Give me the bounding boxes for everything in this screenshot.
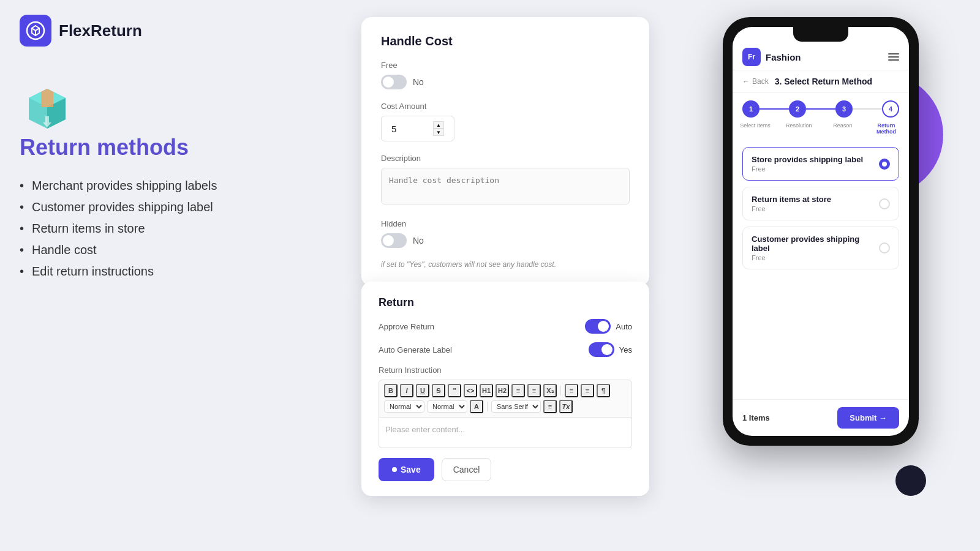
svg-marker-4 — [41, 89, 53, 107]
hidden-toggle-row: No — [381, 233, 630, 248]
phone-screen: Fr Fashion ← Back 3. Select Return Metho… — [733, 27, 909, 436]
description-label: Description — [381, 154, 630, 163]
phone-nav: ← Back 3. Select Return Method — [733, 70, 909, 93]
free-toggle-row: No — [381, 75, 630, 89]
option-3-name: Customer provides shipping label — [752, 234, 879, 253]
option-3-radio[interactable] — [879, 242, 890, 253]
return-options: Store provides shipping label Free Retur… — [733, 142, 909, 399]
hidden-toggle[interactable] — [381, 233, 407, 248]
step-3-num: 3 — [842, 105, 846, 113]
back-arrow-icon: ← — [742, 77, 750, 86]
approve-return-row: Approve Return Auto — [379, 319, 632, 334]
list-item: Edit return instructions — [20, 261, 326, 282]
left-panel: Return methods Merchant provides shippin… — [20, 80, 326, 282]
brand-name: FlexReturn — [59, 21, 142, 40]
cost-value: 5 — [391, 124, 396, 134]
approve-toggle-group: Auto — [585, 319, 632, 334]
step-3-circle[interactable]: 3 — [835, 100, 853, 118]
clear-format-btn[interactable]: Tx — [559, 400, 573, 413]
quote-btn[interactable]: " — [448, 384, 461, 397]
return-card-title: Return — [379, 296, 632, 309]
normal-select-2[interactable]: Normal — [427, 400, 467, 413]
save-label: Save — [401, 465, 421, 474]
h2-btn[interactable]: H2 — [496, 384, 509, 397]
card-footer: Save Cancel — [379, 458, 632, 481]
editor-area[interactable]: Please enter content... — [379, 418, 632, 448]
ul-btn[interactable]: ≡ — [511, 384, 525, 397]
editor-placeholder: Please enter content... — [385, 425, 465, 434]
phone-header: Fr Fashion — [733, 42, 909, 70]
phone-brand-name: Fashion — [766, 52, 801, 62]
phone-mockup: Fr Fashion ← Back 3. Select Return Metho… — [723, 17, 919, 446]
save-dot — [392, 467, 397, 472]
text-color-btn[interactable]: A — [470, 400, 483, 413]
option-2[interactable]: Return items at store Free — [742, 187, 899, 220]
strike-btn[interactable]: S — [432, 384, 445, 397]
phone-logo: Fr Fashion — [742, 48, 801, 66]
bold-btn[interactable]: B — [384, 384, 398, 397]
handle-cost-card: Handle Cost Free No Cost Amount 5 ▲ ▼ De… — [361, 17, 649, 286]
hamburger-line-3 — [888, 59, 899, 61]
approve-toggle[interactable] — [585, 319, 611, 334]
option-3-sub: Free — [752, 254, 879, 261]
italic-btn[interactable]: I — [400, 384, 413, 397]
box-icon — [20, 80, 75, 135]
phone-notch — [793, 27, 848, 42]
step-2-circle[interactable]: 2 — [789, 100, 806, 118]
align-center-btn[interactable]: ≡ — [581, 384, 594, 397]
ol-btn[interactable]: ≡ — [527, 384, 541, 397]
description-textarea[interactable] — [381, 168, 630, 204]
stepper-up[interactable]: ▲ — [433, 121, 444, 129]
cancel-button[interactable]: Cancel — [442, 458, 492, 481]
h1-btn[interactable]: H1 — [480, 384, 493, 397]
option-1-text: Store provides shipping label Free — [752, 155, 863, 173]
option-1[interactable]: Store provides shipping label Free — [742, 147, 899, 181]
step-2-label: Resolution — [781, 122, 816, 135]
return-instruction-label: Return Instruction — [379, 365, 632, 375]
free-toggle[interactable] — [381, 75, 407, 89]
step-1-circle[interactable]: 1 — [742, 100, 760, 118]
phone-logo-initials: Fr — [748, 53, 755, 61]
paragraph-btn[interactable]: ¶ — [597, 384, 610, 397]
list-item: Merchant provides shipping labels — [20, 175, 326, 197]
cost-input[interactable]: 5 ▲ ▼ — [381, 116, 454, 141]
step-labels: Select Items Resolution Reason Return Me… — [733, 120, 909, 142]
step-3-label: Reason — [825, 122, 861, 135]
underline-btn[interactable]: U — [416, 384, 429, 397]
step-4-label: Return Method — [869, 122, 904, 135]
auto-generate-label: Auto Generate Label — [379, 345, 452, 354]
cost-stepper[interactable]: ▲ ▼ — [433, 121, 444, 136]
align-left-btn[interactable]: ≡ — [565, 384, 578, 397]
back-label: Back — [752, 77, 769, 86]
items-count: 1 Items — [742, 413, 770, 422]
save-button[interactable]: Save — [379, 458, 434, 481]
return-card: Return Approve Return Auto Auto Generate… — [361, 282, 649, 496]
description-field: Description — [381, 154, 630, 207]
align-btn[interactable]: ≡ — [543, 400, 557, 413]
dark-circle-decoration — [895, 465, 926, 496]
auto-generate-toggle[interactable] — [589, 342, 614, 357]
hamburger-line-1 — [888, 53, 899, 54]
option-1-radio[interactable] — [879, 159, 890, 170]
hamburger-line-2 — [888, 56, 899, 58]
handle-cost-title: Handle Cost — [381, 34, 630, 48]
submit-button[interactable]: Submit → — [837, 407, 899, 429]
option-3[interactable]: Customer provides shipping label Free — [742, 227, 899, 269]
code-btn[interactable]: <> — [464, 384, 477, 397]
hidden-note: if set to "Yes", customers will not see … — [381, 260, 630, 269]
option-2-name: Return items at store — [752, 195, 831, 204]
normal-select-1[interactable]: Normal — [384, 400, 424, 413]
step-4-circle[interactable]: 4 — [882, 100, 899, 118]
return-methods-title: Return methods — [20, 135, 326, 160]
auto-generate-row: Auto Generate Label Yes — [379, 342, 632, 357]
list-item: Customer provides shipping label — [20, 197, 326, 218]
sub-btn[interactable]: X₂ — [543, 384, 557, 397]
back-button[interactable]: ← Back — [742, 77, 769, 86]
hidden-label: Hidden — [381, 219, 630, 228]
font-select[interactable]: Sans Serif — [491, 400, 541, 413]
stepper-down[interactable]: ▼ — [433, 129, 444, 136]
step-title: 3. Select Return Method — [775, 77, 872, 86]
hamburger-icon[interactable] — [888, 53, 899, 61]
option-2-radio[interactable] — [879, 198, 890, 209]
option-2-sub: Free — [752, 205, 831, 212]
